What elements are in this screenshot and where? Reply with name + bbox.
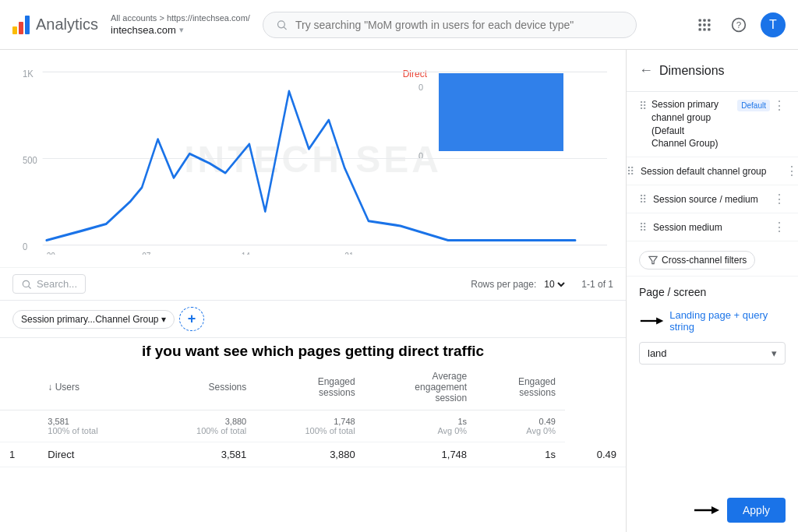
global-search[interactable] xyxy=(263,12,637,38)
table-toolbar: Search... Rows per page: 10 25 50 1-1 of… xyxy=(0,268,626,301)
svg-text:1K: 1K xyxy=(23,68,34,79)
rows-per-page: Rows per page: 10 25 50 1-1 of 1 xyxy=(471,278,613,291)
line-chart: 1K 500 0 30 Jun 07 Jul 14 21 xyxy=(19,62,607,255)
apply-button[interactable]: Apply xyxy=(727,498,786,523)
dimension-selector: Session primary...Channel Group ▾ + xyxy=(0,301,626,338)
table-search[interactable]: Search... xyxy=(12,274,86,294)
svg-rect-4 xyxy=(708,19,710,21)
grid-icon[interactable] xyxy=(692,12,717,37)
content-area: INTECH SEA Direct 1K 500 0 30 Jun 07 Jul xyxy=(0,50,627,532)
more-icon-default[interactable]: ⋮ xyxy=(786,164,798,178)
nav-logo: Analytics xyxy=(12,16,98,34)
search-dropdown[interactable]: land ▾ xyxy=(639,342,786,365)
right-panel: ← Dimensions ⠿ Session primarychannel gr… xyxy=(627,50,798,532)
svg-text:500: 500 xyxy=(23,154,37,166)
landing-page-link[interactable]: Landing page + query string xyxy=(669,306,786,336)
col-header-eng-rate[interactable]: Engagedsessions xyxy=(476,365,565,410)
add-dimension-button[interactable]: + xyxy=(179,307,205,331)
dim-source-medium-label: Session source / medium xyxy=(653,194,758,205)
dim-default-label: Session default channel group xyxy=(641,166,766,177)
data-table: ↓ Users Sessions Engagedsessions Average… xyxy=(0,365,626,467)
row-avg: 1s xyxy=(476,442,565,467)
total-sessions: 3,880100% of total xyxy=(147,410,256,442)
apply-button-row: Apply xyxy=(627,488,798,532)
col-header-rank xyxy=(0,365,38,410)
logo-bar-blue xyxy=(25,16,30,34)
annotation-text: if you want see which pages getting dire… xyxy=(0,338,626,365)
svg-rect-3 xyxy=(703,19,705,21)
search-input[interactable] xyxy=(295,19,623,31)
dimension-item-medium[interactable]: ⠿ Session medium ⋮ xyxy=(627,213,798,241)
row-rank: 1 xyxy=(0,442,38,467)
search-placeholder: Search... xyxy=(37,278,77,290)
dropdown-chevron-icon: ▾ xyxy=(772,347,777,359)
arrow-to-apply xyxy=(693,502,721,518)
total-eng-rate: 0.49Avg 0% xyxy=(476,410,565,442)
user-avatar[interactable]: T xyxy=(761,12,786,37)
breadcrumb-current[interactable]: intechsea.com ▾ xyxy=(111,24,250,36)
row-sessions: 3,880 xyxy=(256,442,364,467)
svg-rect-10 xyxy=(708,28,710,30)
help-icon[interactable]: ? xyxy=(726,12,751,37)
svg-text:14: 14 xyxy=(242,251,250,255)
svg-rect-7 xyxy=(708,23,710,26)
svg-line-26 xyxy=(29,286,31,288)
dropdown-value: land xyxy=(648,347,667,359)
svg-rect-5 xyxy=(699,23,701,26)
svg-marker-29 xyxy=(656,318,663,325)
filter-section: Cross-channel filters xyxy=(627,241,798,277)
svg-text:30: 30 xyxy=(47,251,55,255)
dim-pill[interactable]: Session primary...Channel Group ▾ xyxy=(12,310,175,329)
col-header-sessions[interactable]: Sessions xyxy=(147,365,256,410)
apply-arrow-icon xyxy=(693,502,721,518)
table-header-row: ↓ Users Sessions Engagedsessions Average… xyxy=(0,365,626,410)
table-search-icon xyxy=(21,279,32,290)
svg-line-1 xyxy=(284,26,286,29)
filter-label: Cross-channel filters xyxy=(662,255,747,266)
back-arrow-icon[interactable]: ← xyxy=(639,62,653,79)
rows-per-page-select[interactable]: 10 25 50 xyxy=(541,278,567,291)
page-screen-section: Page / screen Landing page + query strin… xyxy=(627,277,798,374)
dimension-item-default-channel[interactable]: ⠿ Session default channel group ⋮ xyxy=(627,157,798,185)
dim-primary-label: Session primarychannel group (DefaultCha… xyxy=(651,98,734,150)
svg-rect-2 xyxy=(699,19,701,21)
svg-marker-27 xyxy=(649,257,658,264)
default-badge: Default xyxy=(737,100,770,111)
filter-chip[interactable]: Cross-channel filters xyxy=(639,251,755,270)
col-header-avg-engagement[interactable]: Averageengagementsession xyxy=(365,365,476,410)
content-below-chart: Search... Rows per page: 10 25 50 1-1 of… xyxy=(0,268,626,532)
svg-rect-8 xyxy=(699,28,701,30)
col-header-engaged[interactable]: Engagedsessions xyxy=(256,365,364,410)
svg-text:?: ? xyxy=(736,19,742,30)
total-engaged: 1,748100% of total xyxy=(256,410,364,442)
page-screen-title: Page / screen xyxy=(639,286,786,298)
logo-bars xyxy=(12,16,30,34)
drag-icon-source-medium: ⠿ xyxy=(639,193,647,206)
row-name: Direct xyxy=(38,442,147,467)
data-table-wrapper: ↓ Users Sessions Engagedsessions Average… xyxy=(0,365,626,532)
breadcrumb-link[interactable]: All accounts > https://intechsea.com/ xyxy=(111,13,250,23)
total-rank xyxy=(0,410,38,442)
logo-bar-yellow xyxy=(12,26,17,34)
svg-text:07: 07 xyxy=(142,251,150,255)
svg-rect-6 xyxy=(703,23,705,26)
panel-title: Dimensions xyxy=(659,64,725,78)
row-eng-rate: 0.49 xyxy=(565,442,626,467)
more-icon-primary[interactable]: ⋮ xyxy=(773,98,786,113)
drag-icon-primary: ⠿ xyxy=(639,100,647,112)
total-avg: 1sAvg 0% xyxy=(365,410,476,442)
more-icon-medium[interactable]: ⋮ xyxy=(773,220,786,234)
row-users: 3,581 xyxy=(147,442,256,467)
dimension-item-primary[interactable]: ⠿ Session primarychannel group (DefaultC… xyxy=(627,92,798,157)
landing-page-item: Landing page + query string xyxy=(639,306,786,336)
svg-marker-31 xyxy=(711,506,719,514)
dimension-item-source-medium[interactable]: ⠿ Session source / medium ⋮ xyxy=(627,185,798,213)
chart-area: INTECH SEA Direct 1K 500 0 30 Jun 07 Jul xyxy=(0,50,626,268)
total-users: 3,581100% of total xyxy=(38,410,147,442)
svg-text:0: 0 xyxy=(23,241,27,252)
main-layout: INTECH SEA Direct 1K 500 0 30 Jun 07 Jul xyxy=(0,50,798,532)
col-header-users[interactable]: ↓ Users xyxy=(38,365,147,410)
more-icon-source-medium[interactable]: ⋮ xyxy=(773,192,786,206)
svg-text:21: 21 xyxy=(344,251,353,255)
dim-label: Session primary...Channel Group ▾ xyxy=(21,314,166,325)
